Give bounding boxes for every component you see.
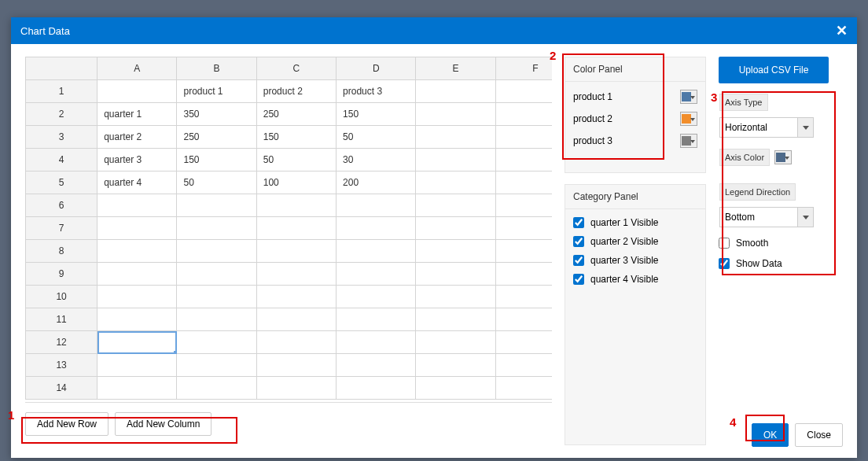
row-header[interactable]: 3 [26, 126, 97, 149]
close-icon[interactable]: ✕ [836, 22, 848, 39]
grid-cell[interactable] [416, 149, 495, 171]
col-header[interactable]: D [337, 57, 416, 80]
grid-cell[interactable] [97, 240, 177, 263]
grid-cell[interactable] [256, 263, 336, 286]
grid-cell[interactable]: 50 [337, 126, 416, 149]
grid-cell[interactable]: product 1 [177, 80, 256, 103]
grid-cell[interactable] [416, 286, 495, 308]
row-header[interactable]: 14 [26, 377, 97, 400]
show-data-checkbox[interactable] [719, 258, 730, 269]
grid-cell[interactable]: 200 [337, 171, 416, 194]
grid-cell[interactable] [416, 377, 495, 400]
grid-cell[interactable]: 250 [177, 126, 256, 149]
grid-cell[interactable]: product 2 [256, 80, 336, 103]
col-header[interactable]: F [495, 57, 552, 80]
grid-cell[interactable] [256, 354, 336, 377]
grid-cell[interactable]: quarter 4 [97, 171, 177, 194]
grid-cell[interactable] [416, 217, 495, 240]
grid-cell[interactable] [495, 331, 552, 354]
grid-cell[interactable] [256, 331, 336, 354]
grid-cell[interactable] [416, 263, 495, 286]
category-visible-checkbox[interactable] [573, 217, 584, 228]
grid-cell[interactable] [495, 126, 552, 149]
grid-cell[interactable] [97, 286, 177, 308]
grid-cell[interactable] [256, 308, 336, 331]
grid-cell[interactable] [416, 80, 495, 103]
row-header[interactable]: 5 [26, 171, 97, 194]
grid-cell[interactable] [256, 286, 336, 308]
grid-cell[interactable] [337, 377, 416, 400]
grid-cell[interactable] [337, 263, 416, 286]
grid-cell[interactable] [416, 126, 495, 149]
col-header[interactable]: B [177, 57, 256, 80]
color-picker[interactable] [680, 112, 697, 126]
legend-direction-select[interactable]: Bottom [719, 207, 814, 227]
grid-cell[interactable] [97, 331, 177, 354]
col-header[interactable]: C [256, 57, 336, 80]
grid-cell[interactable] [97, 354, 177, 377]
grid-cell[interactable] [97, 217, 177, 240]
axis-color-picker[interactable] [774, 150, 792, 164]
grid-cell[interactable] [495, 240, 552, 263]
grid-cell[interactable] [495, 80, 552, 103]
grid-cell[interactable] [256, 377, 336, 400]
grid-cell[interactable] [337, 217, 416, 240]
grid-cell[interactable] [337, 240, 416, 263]
grid-cell[interactable] [97, 80, 177, 103]
grid-cell[interactable] [416, 354, 495, 377]
grid-cell[interactable] [256, 194, 336, 217]
grid-cell[interactable] [416, 103, 495, 126]
grid-cell[interactable]: 250 [256, 103, 336, 126]
axis-type-select[interactable]: Horizontal [719, 117, 814, 138]
color-picker[interactable] [680, 90, 697, 104]
row-header[interactable]: 6 [26, 194, 97, 217]
close-button[interactable]: Close [795, 423, 843, 447]
grid-cell[interactable] [177, 331, 256, 354]
grid-cell[interactable] [97, 377, 177, 400]
grid-cell[interactable] [495, 103, 552, 126]
grid-cell[interactable]: 150 [177, 149, 256, 171]
grid-cell[interactable] [337, 286, 416, 308]
grid-cell[interactable] [177, 286, 256, 308]
grid-cell[interactable]: product 3 [337, 80, 416, 103]
grid-cell[interactable] [495, 194, 552, 217]
category-visible-checkbox[interactable] [573, 274, 584, 285]
grid-scroll[interactable]: ABCDEF 1product 1product 2product 32quar… [25, 57, 552, 403]
grid-cell[interactable]: 50 [177, 171, 256, 194]
grid-cell[interactable] [177, 217, 256, 240]
grid-cell[interactable] [177, 263, 256, 286]
grid-cell[interactable] [177, 308, 256, 331]
row-header[interactable]: 8 [26, 240, 97, 263]
grid-cell[interactable]: quarter 1 [97, 103, 177, 126]
grid-cell[interactable] [256, 217, 336, 240]
grid-cell[interactable] [97, 194, 177, 217]
grid-cell[interactable] [337, 331, 416, 354]
add-row-button[interactable]: Add New Row [25, 412, 108, 436]
col-header[interactable]: E [416, 57, 495, 80]
row-header[interactable]: 9 [26, 263, 97, 286]
grid-cell[interactable] [177, 354, 256, 377]
cell-fill-handle[interactable] [174, 351, 177, 354]
ok-button[interactable]: OK [752, 423, 789, 447]
grid-cell[interactable] [256, 240, 336, 263]
grid-cell[interactable] [495, 286, 552, 308]
grid-cell[interactable]: 50 [256, 149, 336, 171]
row-header[interactable]: 11 [26, 308, 97, 331]
color-picker[interactable] [680, 134, 697, 148]
category-visible-checkbox[interactable] [573, 236, 584, 247]
grid-cell[interactable] [416, 171, 495, 194]
upload-csv-button[interactable]: Upload CSV File [719, 57, 829, 83]
grid-cell[interactable]: 150 [256, 126, 336, 149]
col-header[interactable]: A [97, 57, 177, 80]
grid-cell[interactable] [495, 171, 552, 194]
grid-cell[interactable]: quarter 2 [97, 126, 177, 149]
grid-cell[interactable]: 150 [337, 103, 416, 126]
add-column-button[interactable]: Add New Column [115, 412, 211, 436]
row-header[interactable]: 1 [26, 80, 97, 103]
grid-cell[interactable] [495, 308, 552, 331]
grid-cell[interactable]: quarter 3 [97, 149, 177, 171]
grid-cell[interactable] [177, 240, 256, 263]
grid-cell[interactable] [495, 354, 552, 377]
grid-cell[interactable]: 100 [256, 171, 336, 194]
row-header[interactable]: 12 [26, 331, 97, 354]
